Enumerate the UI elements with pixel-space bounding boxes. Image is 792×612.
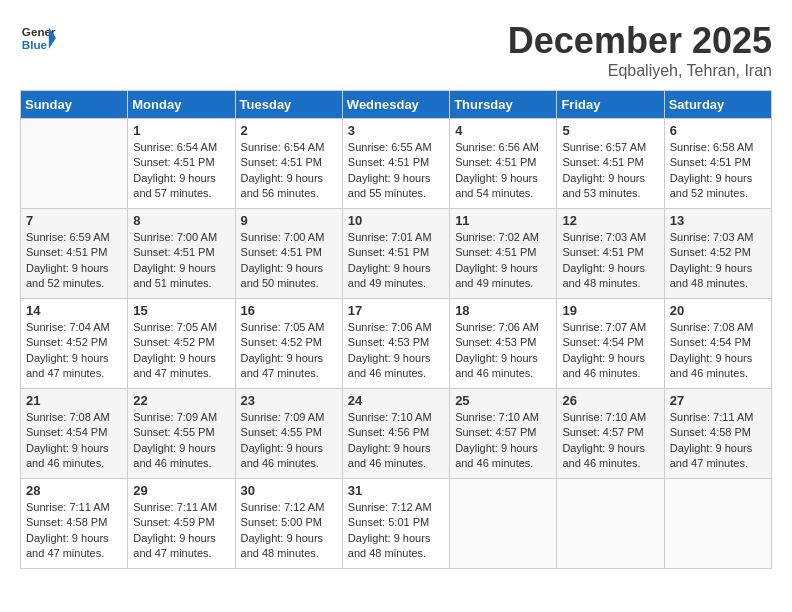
calendar-cell: 10 Sunrise: 7:01 AMSunset: 4:51 PMDaylig… (342, 209, 449, 299)
calendar-cell: 5 Sunrise: 6:57 AMSunset: 4:51 PMDayligh… (557, 119, 664, 209)
calendar-header-row: SundayMondayTuesdayWednesdayThursdayFrid… (21, 91, 772, 119)
day-number: 6 (670, 123, 766, 138)
day-info: Sunrise: 7:10 AMSunset: 4:57 PMDaylight:… (455, 410, 551, 472)
day-info: Sunrise: 7:08 AMSunset: 4:54 PMDaylight:… (670, 320, 766, 382)
calendar-cell: 31 Sunrise: 7:12 AMSunset: 5:01 PMDaylig… (342, 479, 449, 569)
day-info: Sunrise: 6:58 AMSunset: 4:51 PMDaylight:… (670, 140, 766, 202)
calendar-week-2: 7 Sunrise: 6:59 AMSunset: 4:51 PMDayligh… (21, 209, 772, 299)
day-number: 10 (348, 213, 444, 228)
calendar-cell: 26 Sunrise: 7:10 AMSunset: 4:57 PMDaylig… (557, 389, 664, 479)
calendar-week-5: 28 Sunrise: 7:11 AMSunset: 4:58 PMDaylig… (21, 479, 772, 569)
day-info: Sunrise: 6:56 AMSunset: 4:51 PMDaylight:… (455, 140, 551, 202)
day-number: 21 (26, 393, 122, 408)
day-info: Sunrise: 7:12 AMSunset: 5:00 PMDaylight:… (241, 500, 337, 562)
day-number: 5 (562, 123, 658, 138)
day-of-week-tuesday: Tuesday (235, 91, 342, 119)
day-of-week-wednesday: Wednesday (342, 91, 449, 119)
calendar-week-4: 21 Sunrise: 7:08 AMSunset: 4:54 PMDaylig… (21, 389, 772, 479)
day-info: Sunrise: 7:09 AMSunset: 4:55 PMDaylight:… (133, 410, 229, 472)
page-header: General Blue December 2025 Eqbaliyeh, Te… (20, 20, 772, 80)
calendar-cell: 14 Sunrise: 7:04 AMSunset: 4:52 PMDaylig… (21, 299, 128, 389)
month-year-title: December 2025 (508, 20, 772, 62)
day-info: Sunrise: 7:11 AMSunset: 4:59 PMDaylight:… (133, 500, 229, 562)
calendar-cell: 28 Sunrise: 7:11 AMSunset: 4:58 PMDaylig… (21, 479, 128, 569)
day-number: 11 (455, 213, 551, 228)
day-info: Sunrise: 6:57 AMSunset: 4:51 PMDaylight:… (562, 140, 658, 202)
day-info: Sunrise: 7:04 AMSunset: 4:52 PMDaylight:… (26, 320, 122, 382)
calendar-cell: 27 Sunrise: 7:11 AMSunset: 4:58 PMDaylig… (664, 389, 771, 479)
day-number: 30 (241, 483, 337, 498)
calendar-cell (21, 119, 128, 209)
day-of-week-sunday: Sunday (21, 91, 128, 119)
day-number: 17 (348, 303, 444, 318)
day-number: 2 (241, 123, 337, 138)
day-number: 9 (241, 213, 337, 228)
day-number: 27 (670, 393, 766, 408)
day-number: 3 (348, 123, 444, 138)
calendar-cell: 8 Sunrise: 7:00 AMSunset: 4:51 PMDayligh… (128, 209, 235, 299)
calendar-cell (557, 479, 664, 569)
day-number: 22 (133, 393, 229, 408)
calendar-cell: 13 Sunrise: 7:03 AMSunset: 4:52 PMDaylig… (664, 209, 771, 299)
day-of-week-monday: Monday (128, 91, 235, 119)
day-number: 23 (241, 393, 337, 408)
day-info: Sunrise: 7:00 AMSunset: 4:51 PMDaylight:… (241, 230, 337, 292)
logo-icon: General Blue (20, 20, 56, 56)
calendar-cell: 25 Sunrise: 7:10 AMSunset: 4:57 PMDaylig… (450, 389, 557, 479)
day-info: Sunrise: 7:02 AMSunset: 4:51 PMDaylight:… (455, 230, 551, 292)
day-number: 28 (26, 483, 122, 498)
day-number: 25 (455, 393, 551, 408)
calendar-cell: 21 Sunrise: 7:08 AMSunset: 4:54 PMDaylig… (21, 389, 128, 479)
day-number: 15 (133, 303, 229, 318)
day-info: Sunrise: 7:06 AMSunset: 4:53 PMDaylight:… (455, 320, 551, 382)
calendar-cell: 9 Sunrise: 7:00 AMSunset: 4:51 PMDayligh… (235, 209, 342, 299)
day-info: Sunrise: 7:08 AMSunset: 4:54 PMDaylight:… (26, 410, 122, 472)
day-number: 4 (455, 123, 551, 138)
calendar-cell: 19 Sunrise: 7:07 AMSunset: 4:54 PMDaylig… (557, 299, 664, 389)
calendar-week-3: 14 Sunrise: 7:04 AMSunset: 4:52 PMDaylig… (21, 299, 772, 389)
day-info: Sunrise: 7:07 AMSunset: 4:54 PMDaylight:… (562, 320, 658, 382)
location-subtitle: Eqbaliyeh, Tehran, Iran (508, 62, 772, 80)
day-number: 26 (562, 393, 658, 408)
day-info: Sunrise: 6:59 AMSunset: 4:51 PMDaylight:… (26, 230, 122, 292)
day-info: Sunrise: 7:06 AMSunset: 4:53 PMDaylight:… (348, 320, 444, 382)
day-number: 12 (562, 213, 658, 228)
calendar-cell: 30 Sunrise: 7:12 AMSunset: 5:00 PMDaylig… (235, 479, 342, 569)
day-info: Sunrise: 7:11 AMSunset: 4:58 PMDaylight:… (670, 410, 766, 472)
day-info: Sunrise: 7:10 AMSunset: 4:57 PMDaylight:… (562, 410, 658, 472)
calendar-cell: 1 Sunrise: 6:54 AMSunset: 4:51 PMDayligh… (128, 119, 235, 209)
calendar-cell: 23 Sunrise: 7:09 AMSunset: 4:55 PMDaylig… (235, 389, 342, 479)
day-info: Sunrise: 7:03 AMSunset: 4:52 PMDaylight:… (670, 230, 766, 292)
calendar-cell: 4 Sunrise: 6:56 AMSunset: 4:51 PMDayligh… (450, 119, 557, 209)
calendar-week-1: 1 Sunrise: 6:54 AMSunset: 4:51 PMDayligh… (21, 119, 772, 209)
calendar-cell: 17 Sunrise: 7:06 AMSunset: 4:53 PMDaylig… (342, 299, 449, 389)
day-info: Sunrise: 6:55 AMSunset: 4:51 PMDaylight:… (348, 140, 444, 202)
day-number: 16 (241, 303, 337, 318)
day-number: 24 (348, 393, 444, 408)
day-info: Sunrise: 6:54 AMSunset: 4:51 PMDaylight:… (241, 140, 337, 202)
day-info: Sunrise: 7:10 AMSunset: 4:56 PMDaylight:… (348, 410, 444, 472)
calendar-cell: 24 Sunrise: 7:10 AMSunset: 4:56 PMDaylig… (342, 389, 449, 479)
day-info: Sunrise: 7:00 AMSunset: 4:51 PMDaylight:… (133, 230, 229, 292)
day-info: Sunrise: 7:09 AMSunset: 4:55 PMDaylight:… (241, 410, 337, 472)
day-of-week-saturday: Saturday (664, 91, 771, 119)
calendar-cell (664, 479, 771, 569)
calendar-cell: 11 Sunrise: 7:02 AMSunset: 4:51 PMDaylig… (450, 209, 557, 299)
calendar-cell: 6 Sunrise: 6:58 AMSunset: 4:51 PMDayligh… (664, 119, 771, 209)
day-info: Sunrise: 7:05 AMSunset: 4:52 PMDaylight:… (241, 320, 337, 382)
calendar-cell: 16 Sunrise: 7:05 AMSunset: 4:52 PMDaylig… (235, 299, 342, 389)
day-info: Sunrise: 7:03 AMSunset: 4:51 PMDaylight:… (562, 230, 658, 292)
day-info: Sunrise: 6:54 AMSunset: 4:51 PMDaylight:… (133, 140, 229, 202)
day-of-week-thursday: Thursday (450, 91, 557, 119)
day-info: Sunrise: 7:12 AMSunset: 5:01 PMDaylight:… (348, 500, 444, 562)
svg-text:Blue: Blue (22, 38, 48, 51)
day-number: 13 (670, 213, 766, 228)
logo: General Blue (20, 20, 56, 56)
day-number: 18 (455, 303, 551, 318)
calendar-cell: 3 Sunrise: 6:55 AMSunset: 4:51 PMDayligh… (342, 119, 449, 209)
day-info: Sunrise: 7:11 AMSunset: 4:58 PMDaylight:… (26, 500, 122, 562)
calendar-cell: 18 Sunrise: 7:06 AMSunset: 4:53 PMDaylig… (450, 299, 557, 389)
calendar-table: SundayMondayTuesdayWednesdayThursdayFrid… (20, 90, 772, 569)
day-of-week-friday: Friday (557, 91, 664, 119)
calendar-cell (450, 479, 557, 569)
